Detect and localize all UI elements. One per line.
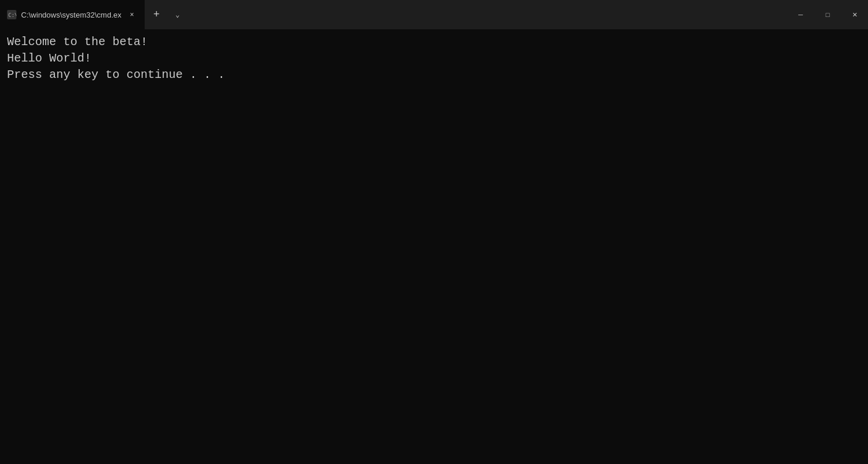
tab-title-text: C:\windows\system32\cmd.ex: [21, 11, 121, 19]
svg-text:C:\: C:\: [8, 12, 16, 18]
terminal-line-1: Welcome to the beta!: [7, 34, 861, 50]
titlebar-left: C:\ C:\windows\system32\cmd.ex × + ⌄: [0, 0, 187, 29]
active-tab[interactable]: C:\ C:\windows\system32\cmd.ex ×: [0, 0, 145, 29]
terminal-line-2: Hello World!: [7, 50, 861, 67]
window-close-button[interactable]: ✕: [841, 0, 868, 29]
terminal-line-3: Press any key to continue . . .: [7, 67, 861, 83]
tab-close-button[interactable]: ×: [126, 9, 138, 21]
terminal-body[interactable]: Welcome to the beta! Hello World! Press …: [0, 29, 868, 464]
terminal-window: C:\ C:\windows\system32\cmd.ex × + ⌄ ─ □…: [0, 0, 868, 464]
cmd-icon: C:\: [7, 10, 16, 19]
dropdown-button[interactable]: ⌄: [168, 0, 187, 29]
new-tab-button[interactable]: +: [145, 0, 168, 29]
window-controls: ─ □ ✕: [787, 0, 868, 29]
minimize-button[interactable]: ─: [787, 0, 814, 29]
maximize-button[interactable]: □: [814, 0, 841, 29]
titlebar: C:\ C:\windows\system32\cmd.ex × + ⌄ ─ □…: [0, 0, 868, 29]
